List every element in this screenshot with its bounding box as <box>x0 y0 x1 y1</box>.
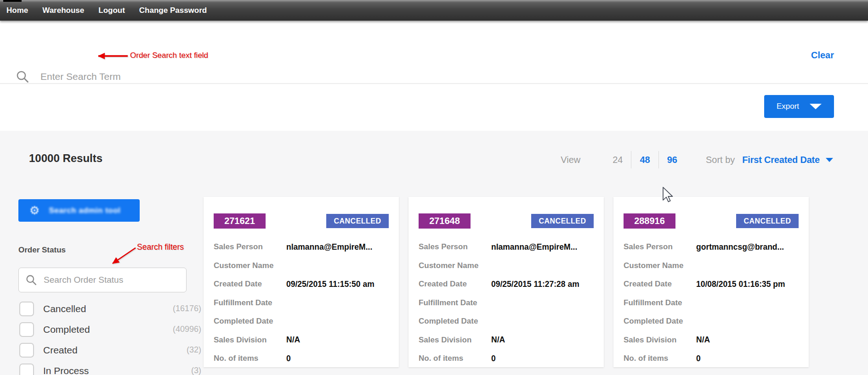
top-nav: Home Warehouse Logout Change Password <box>0 0 868 21</box>
status-option-count: (3) <box>191 366 201 375</box>
field-value: gortmanncsg@brand... <box>696 242 784 252</box>
nav-link[interactable]: Warehouse <box>42 6 84 15</box>
checkbox-unchecked[interactable] <box>19 364 34 375</box>
order-fields: Sales Person nlamanna@EmpireM... Custome… <box>419 238 594 368</box>
view-option-96[interactable]: 96 <box>667 155 677 165</box>
field-label: No. of items <box>419 354 491 363</box>
divider <box>658 151 659 168</box>
field-row: Sales Division N/A <box>214 331 389 350</box>
field-value: 0 <box>491 354 496 364</box>
order-status-heading: Order Status <box>18 246 202 255</box>
order-search-page: Home Warehouse Logout Change Password Cl… <box>0 0 868 375</box>
order-cards-grid: 271621 CANCELLED Sales Person nlamanna@E… <box>204 197 809 367</box>
field-label: Completed Date <box>624 317 696 326</box>
field-row: Created Date 09/25/2015 11:27:28 am <box>419 275 594 294</box>
order-status-option[interactable]: Cancelled (16176) <box>18 298 201 319</box>
field-label: Customer Name <box>214 261 286 270</box>
field-label: Created Date <box>419 280 491 289</box>
field-row: Customer Name <box>624 257 799 275</box>
field-label: Completed Date <box>419 317 491 326</box>
order-status-search-input[interactable] <box>43 274 179 285</box>
order-status-badge: CANCELLED <box>736 214 799 228</box>
order-status-search-box <box>18 268 187 292</box>
field-row: Customer Name <box>419 257 594 275</box>
checkbox-unchecked[interactable] <box>19 322 34 337</box>
nav-link[interactable]: Logout <box>98 6 125 15</box>
actions-toolbar: Export <box>0 85 868 131</box>
view-option-48[interactable]: 48 <box>640 155 650 165</box>
field-label: No. of items <box>624 354 696 363</box>
nav-link[interactable]: Change Password <box>139 6 207 15</box>
gear-icon: ⚙ <box>29 205 40 216</box>
order-search-input[interactable] <box>40 66 239 88</box>
field-row: Sales Division N/A <box>624 331 799 350</box>
field-label: Created Date <box>214 280 286 289</box>
field-row: Completed Date <box>624 312 799 331</box>
chevron-down-icon <box>810 104 822 109</box>
field-label: Completed Date <box>214 317 286 326</box>
order-status-badge: CANCELLED <box>326 214 389 228</box>
field-label: Fulfillment Date <box>214 298 286 308</box>
search-admin-tool-label: Search admin tool <box>49 206 120 215</box>
order-card[interactable]: 288916 CANCELLED Sales Person gortmanncs… <box>613 197 809 367</box>
field-value: 09/25/2015 11:15:50 am <box>286 280 374 289</box>
field-value: N/A <box>286 335 300 345</box>
field-value: N/A <box>696 335 710 345</box>
export-button-label: Export <box>777 102 799 111</box>
status-option-label: Completed <box>43 324 90 335</box>
order-status-option[interactable]: Completed (40996) <box>18 319 201 340</box>
clear-search-link[interactable]: Clear <box>811 50 834 61</box>
field-row: Completed Date <box>214 312 389 331</box>
order-card-header: 288916 CANCELLED <box>624 213 799 229</box>
field-label: Fulfillment Date <box>419 298 491 308</box>
order-status-list: Cancelled (16176) Completed (40996) Crea… <box>18 298 201 375</box>
order-status-option[interactable]: In Process (3) <box>18 360 201 375</box>
view-label: View <box>561 155 580 165</box>
field-label: Sales Division <box>624 336 696 345</box>
chevron-down-icon[interactable] <box>826 158 833 162</box>
nav-items: Home Warehouse Logout Change Password <box>0 0 868 21</box>
view-sort-controls: View 24 48 96 Sort by First Created Date <box>561 150 833 169</box>
field-row: Sales Person nlamanna@EmpireM... <box>214 238 389 257</box>
field-label: Sales Division <box>419 336 491 345</box>
order-search-bar: Clear <box>0 21 868 84</box>
order-fields: Sales Person gortmanncsg@brand... Custom… <box>624 238 799 368</box>
field-row: Completed Date <box>419 312 594 331</box>
sort-by-dropdown[interactable]: First Created Date <box>742 155 820 165</box>
status-option-label: Created <box>43 345 78 356</box>
results-section: 10000 Results View 24 48 96 Sort by Firs… <box>0 131 868 375</box>
order-card[interactable]: 271621 CANCELLED Sales Person nlamanna@E… <box>204 197 399 367</box>
field-row: Created Date 09/25/2015 11:15:50 am <box>214 275 389 294</box>
field-row: Sales Division N/A <box>419 331 594 350</box>
field-label: Fulfillment Date <box>624 298 696 308</box>
field-label: Customer Name <box>419 261 491 270</box>
order-status-option[interactable]: Created (32) <box>18 340 201 360</box>
order-id-badge[interactable]: 271648 <box>419 213 471 229</box>
field-value: nlamanna@EmpireM... <box>286 242 372 252</box>
field-row: No. of items 0 <box>624 349 799 368</box>
order-card-header: 271621 CANCELLED <box>214 213 389 229</box>
filters-sidebar: ⚙ Search admin tool Order Status Cancell… <box>18 199 202 375</box>
field-value: N/A <box>491 335 505 345</box>
sort-by-label: Sort by <box>706 155 735 165</box>
nav-link[interactable]: Home <box>6 6 28 15</box>
order-fields: Sales Person nlamanna@EmpireM... Custome… <box>214 238 389 368</box>
field-label: Sales Division <box>214 336 286 345</box>
field-row: Fulfillment Date <box>624 294 799 313</box>
field-row: No. of items 0 <box>214 349 389 368</box>
field-value: 10/08/2015 01:16:35 pm <box>696 280 785 289</box>
status-option-label: Cancelled <box>43 303 86 314</box>
field-label: Sales Person <box>214 242 286 252</box>
field-label: Created Date <box>624 280 696 289</box>
checkbox-unchecked[interactable] <box>19 343 34 358</box>
order-card[interactable]: 271648 CANCELLED Sales Person nlamanna@E… <box>408 197 604 367</box>
search-admin-tool-button[interactable]: ⚙ Search admin tool <box>18 199 140 222</box>
field-label: Customer Name <box>624 261 696 270</box>
checkbox-unchecked[interactable] <box>19 302 34 316</box>
view-option-24[interactable]: 24 <box>613 155 623 165</box>
order-id-badge[interactable]: 288916 <box>624 213 675 229</box>
order-id-badge[interactable]: 271621 <box>214 213 266 229</box>
field-label: Sales Person <box>419 242 491 252</box>
export-button[interactable]: Export <box>764 95 834 118</box>
field-value: 09/25/2015 11:27:28 am <box>491 280 579 289</box>
